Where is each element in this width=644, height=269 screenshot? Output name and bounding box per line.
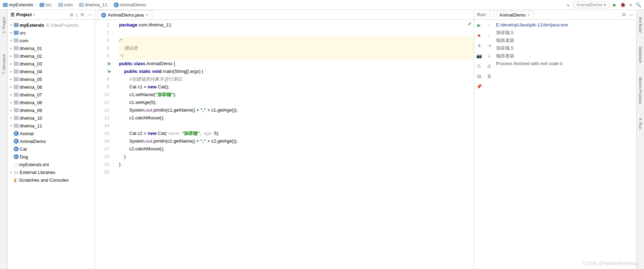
run-config-select[interactable]: AnimalDemo ▾ (573, 1, 609, 8)
tree-class[interactable]: CDog (8, 153, 95, 161)
folder-icon (14, 38, 19, 43)
folder-icon (14, 54, 19, 58)
tree-class[interactable]: CAnimal (8, 130, 95, 137)
inspection-ok-icon: ✔ (468, 21, 472, 26)
project-panel: ☰ Project ▾ ⊕ | ⚙ — ▾myExtendsE:\IdeaPro… (8, 10, 95, 269)
run-tab[interactable]: ⬚AnimalDemo× (489, 11, 534, 19)
class-icon: C (101, 13, 106, 18)
project-panel-header: ☰ Project ▾ ⊕ | ⚙ — (8, 10, 95, 20)
rail-ant[interactable]: Ant Build (638, 17, 643, 32)
build-icon[interactable]: ↘ (566, 2, 570, 7)
tree-package[interactable]: ▸itheima_05 (8, 75, 95, 83)
run-toolbar-left: ▶ ■ ⏸ 📷 ⎘ ▤ 📌 (474, 20, 484, 269)
pin-icon[interactable]: 📌 (476, 84, 482, 89)
folder-icon (3, 3, 8, 7)
editor-area: CAnimalDemo.java× 1234567891011121314151… (95, 10, 474, 269)
editor-tab-bar: CAnimalDemo.java× (95, 10, 474, 20)
hide-icon[interactable]: — (629, 12, 633, 17)
right-tool-rail: Ant Build Database Maven Projects 4: Run (636, 10, 644, 269)
divider-icon: | (76, 12, 78, 17)
gear-icon[interactable]: ⚙ (622, 12, 626, 17)
tree-package[interactable]: ▸itheima_07 (8, 91, 95, 99)
breadcrumb-item[interactable]: itheima_11 (79, 2, 107, 7)
chevron-right-icon: 〉 (74, 2, 78, 7)
breadcrumb-item[interactable]: com (58, 2, 73, 7)
folder-icon (14, 93, 19, 97)
tree-root[interactable]: ▾myExtendsE:\IdeaProjects\ (8, 21, 95, 29)
run-console[interactable]: E:\develop\Java\jdk-11\bin\java.exe 加菲猫,… (494, 20, 636, 269)
tree-package[interactable]: ▸itheima_10 (8, 114, 95, 122)
rail-run[interactable]: 4: Run (638, 118, 643, 129)
folder-icon (14, 69, 19, 74)
editor-tab[interactable]: CAnimalDemo.java× (97, 10, 152, 19)
chevron-right-icon: 〉 (35, 2, 38, 7)
run-icon[interactable]: ▶ (613, 2, 617, 7)
run-label: Run: (477, 12, 487, 17)
folder-icon (14, 85, 19, 89)
up-icon[interactable]: ↑ (488, 23, 490, 28)
close-icon[interactable]: × (145, 12, 148, 18)
project-tree[interactable]: ▾myExtendsE:\IdeaProjects\ ▾src ▾com ▸it… (8, 20, 95, 269)
print-icon[interactable]: 🖨 (487, 63, 491, 69)
debug-icon[interactable]: 🐞 (620, 2, 626, 7)
rail-maven[interactable]: Maven Projects (638, 77, 643, 104)
rerun-icon[interactable]: ▶ (477, 23, 481, 28)
scroll-icon[interactable]: ⤓ (487, 53, 491, 58)
tree-iml[interactable]: ⬚myExtends.iml (8, 161, 95, 168)
folder-icon (14, 116, 19, 120)
tree-ext-libs[interactable]: ▸⫿⫿External Libraries (8, 168, 95, 176)
tree-class[interactable]: CCat (8, 145, 95, 153)
tree-package[interactable]: ▸itheima_09 (8, 106, 95, 114)
trash-icon[interactable]: 🗑 (487, 74, 491, 79)
stop-icon[interactable]: ■ (478, 33, 481, 38)
stop-icon[interactable]: ■ (629, 2, 632, 7)
folder-icon (14, 100, 19, 105)
gear-icon[interactable]: ⚙ (80, 12, 85, 17)
project-panel-title[interactable]: ☰ Project ▾ (11, 12, 35, 17)
breadcrumb-item[interactable]: src (39, 2, 51, 7)
close-icon[interactable]: × (527, 12, 530, 18)
folder-icon (58, 3, 63, 7)
pause-icon[interactable]: ⏸ (477, 43, 482, 48)
breadcrumb-item[interactable]: myExtends (3, 2, 33, 7)
folder-icon (14, 108, 19, 112)
tree-com[interactable]: ▾com (8, 37, 95, 44)
class-icon: C (14, 154, 19, 159)
tree-package[interactable]: ▸itheima_01 (8, 44, 95, 52)
tree-package[interactable]: ▸itheima_03 (8, 60, 95, 68)
tree-src[interactable]: ▾src (8, 29, 95, 37)
line-gutter: 1234567891011121314151617181920 (95, 20, 113, 269)
tree-package[interactable]: ▾itheima_11 (8, 122, 95, 130)
hide-icon[interactable]: — (87, 12, 92, 17)
folder-icon (14, 31, 19, 35)
folder-icon (79, 3, 84, 7)
tree-scratches[interactable]: ◧Scratches and Consoles (8, 176, 95, 184)
tree-package[interactable]: ▸itheima_08 (8, 99, 95, 106)
rail-structure[interactable]: 7: Structure (2, 54, 6, 74)
left-tool-rail: 1: Project 7: Structure (0, 10, 8, 269)
editor[interactable]: 1234567891011121314151617181920 ✔ packag… (95, 20, 474, 269)
search-icon[interactable]: 🔍 (636, 2, 641, 7)
folder-icon (14, 46, 19, 50)
class-icon: C (114, 2, 119, 7)
folder-icon (39, 3, 44, 7)
code-area[interactable]: ✔ package com.itheima_11; /* 测试类 */ publ… (113, 20, 474, 269)
folder-icon (14, 62, 19, 66)
run-panel: Run: ⬚AnimalDemo× ⚙ — ▶ ■ ⏸ 📷 ⎘ ▤ 📌 ↑ ↓ … (474, 10, 636, 269)
tree-package[interactable]: ▸itheima_04 (8, 68, 95, 75)
rail-database[interactable]: Database (638, 46, 643, 63)
wrap-icon[interactable]: ⇥ (487, 43, 491, 48)
down-icon[interactable]: ↓ (488, 33, 490, 38)
tree-class[interactable]: CAnimalDemo (8, 137, 95, 145)
layout-icon[interactable]: ▤ (477, 74, 481, 79)
rail-project[interactable]: 1: Project (2, 17, 6, 33)
chevron-right-icon: 〉 (53, 2, 57, 7)
tree-package[interactable]: ▸itheima_06 (8, 83, 95, 91)
exit-icon[interactable]: ⎘ (478, 63, 481, 69)
folder-icon (14, 77, 19, 81)
scope-icon[interactable]: ⊕ (70, 12, 74, 17)
folder-icon (14, 23, 19, 27)
camera-icon[interactable]: 📷 (476, 53, 482, 58)
breadcrumb-item[interactable]: CAnimalDemo (114, 2, 146, 7)
tree-package[interactable]: ▸itheima_02 (8, 52, 95, 60)
